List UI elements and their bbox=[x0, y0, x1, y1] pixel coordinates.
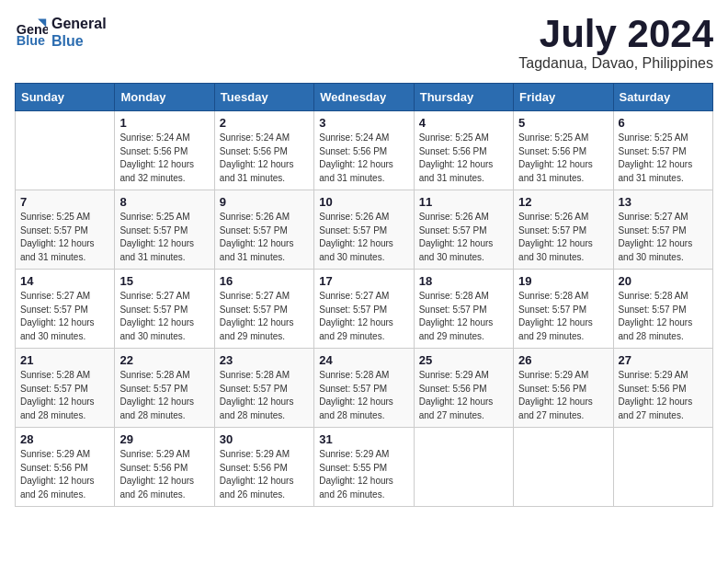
calendar-cell: 15Sunrise: 5:27 AM Sunset: 5:57 PM Dayli… bbox=[115, 270, 214, 349]
day-info: Sunrise: 5:28 AM Sunset: 5:57 PM Dayligh… bbox=[419, 290, 508, 343]
calendar-cell: 14Sunrise: 5:27 AM Sunset: 5:57 PM Dayli… bbox=[16, 270, 115, 349]
logo-line2: Blue bbox=[51, 32, 107, 50]
day-number: 1 bbox=[119, 116, 209, 130]
day-number: 23 bbox=[220, 353, 309, 367]
title-section: July 2024 Tagdanua, Davao, Philippines bbox=[518, 15, 713, 72]
day-info: Sunrise: 5:26 AM Sunset: 5:57 PM Dayligh… bbox=[319, 211, 408, 264]
logo: General Blue General Blue bbox=[15, 15, 107, 50]
calendar-cell: 30Sunrise: 5:29 AM Sunset: 5:56 PM Dayli… bbox=[214, 428, 313, 507]
day-info: Sunrise: 5:26 AM Sunset: 5:57 PM Dayligh… bbox=[419, 211, 508, 264]
day-number: 27 bbox=[619, 353, 708, 367]
day-info: Sunrise: 5:26 AM Sunset: 5:57 PM Dayligh… bbox=[220, 211, 309, 264]
day-number: 12 bbox=[518, 195, 608, 209]
day-info: Sunrise: 5:29 AM Sunset: 5:56 PM Dayligh… bbox=[419, 369, 508, 422]
month-title: July 2024 bbox=[518, 15, 713, 53]
calendar-cell: 12Sunrise: 5:26 AM Sunset: 5:57 PM Dayli… bbox=[514, 190, 613, 270]
calendar-week-row: 1Sunrise: 5:24 AM Sunset: 5:56 PM Daylig… bbox=[16, 111, 713, 190]
day-info: Sunrise: 5:29 AM Sunset: 5:56 PM Dayligh… bbox=[619, 369, 708, 422]
calendar-cell: 28Sunrise: 5:29 AM Sunset: 5:56 PM Dayli… bbox=[16, 428, 115, 507]
day-number: 28 bbox=[20, 432, 109, 446]
day-number: 9 bbox=[220, 195, 309, 209]
day-number: 6 bbox=[619, 116, 708, 130]
day-number: 26 bbox=[518, 353, 608, 367]
logo-line1: General bbox=[51, 15, 107, 32]
day-info: Sunrise: 5:29 AM Sunset: 5:56 PM Dayligh… bbox=[518, 369, 608, 422]
day-number: 4 bbox=[419, 116, 508, 130]
day-info: Sunrise: 5:24 AM Sunset: 5:56 PM Dayligh… bbox=[220, 132, 309, 185]
day-info: Sunrise: 5:25 AM Sunset: 5:56 PM Dayligh… bbox=[419, 132, 508, 185]
calendar-cell: 27Sunrise: 5:29 AM Sunset: 5:56 PM Dayli… bbox=[613, 349, 712, 428]
day-number: 5 bbox=[518, 116, 608, 130]
calendar-cell: 17Sunrise: 5:27 AM Sunset: 5:57 PM Dayli… bbox=[314, 270, 414, 349]
day-info: Sunrise: 5:28 AM Sunset: 5:57 PM Dayligh… bbox=[20, 369, 109, 422]
day-number: 29 bbox=[119, 432, 209, 446]
day-number: 15 bbox=[119, 274, 209, 288]
calendar-cell: 4Sunrise: 5:25 AM Sunset: 5:56 PM Daylig… bbox=[414, 111, 513, 190]
calendar-cell: 22Sunrise: 5:28 AM Sunset: 5:57 PM Dayli… bbox=[115, 349, 214, 428]
day-number: 3 bbox=[319, 116, 408, 130]
day-info: Sunrise: 5:28 AM Sunset: 5:57 PM Dayligh… bbox=[619, 290, 708, 343]
calendar-cell: 20Sunrise: 5:28 AM Sunset: 5:57 PM Dayli… bbox=[613, 270, 712, 349]
day-info: Sunrise: 5:29 AM Sunset: 5:56 PM Dayligh… bbox=[220, 448, 309, 501]
calendar-cell: 13Sunrise: 5:27 AM Sunset: 5:57 PM Dayli… bbox=[613, 190, 712, 270]
day-number: 7 bbox=[20, 195, 109, 209]
day-number: 30 bbox=[220, 432, 309, 446]
day-info: Sunrise: 5:24 AM Sunset: 5:56 PM Dayligh… bbox=[319, 132, 408, 185]
calendar-table: SundayMondayTuesdayWednesdayThursdayFrid… bbox=[15, 83, 713, 507]
weekday-header-friday: Friday bbox=[514, 84, 613, 111]
calendar-cell: 8Sunrise: 5:25 AM Sunset: 5:57 PM Daylig… bbox=[115, 190, 214, 270]
day-info: Sunrise: 5:26 AM Sunset: 5:57 PM Dayligh… bbox=[518, 211, 608, 264]
day-info: Sunrise: 5:24 AM Sunset: 5:56 PM Dayligh… bbox=[119, 132, 209, 185]
calendar-cell: 2Sunrise: 5:24 AM Sunset: 5:56 PM Daylig… bbox=[214, 111, 313, 190]
calendar-header: SundayMondayTuesdayWednesdayThursdayFrid… bbox=[16, 84, 713, 111]
weekday-header-wednesday: Wednesday bbox=[314, 84, 414, 111]
calendar-cell: 11Sunrise: 5:26 AM Sunset: 5:57 PM Dayli… bbox=[414, 190, 513, 270]
calendar-cell: 24Sunrise: 5:28 AM Sunset: 5:57 PM Dayli… bbox=[314, 349, 414, 428]
day-number: 17 bbox=[319, 274, 408, 288]
calendar-week-row: 21Sunrise: 5:28 AM Sunset: 5:57 PM Dayli… bbox=[16, 349, 713, 428]
calendar-cell: 25Sunrise: 5:29 AM Sunset: 5:56 PM Dayli… bbox=[414, 349, 513, 428]
calendar-week-row: 28Sunrise: 5:29 AM Sunset: 5:56 PM Dayli… bbox=[16, 428, 713, 507]
calendar-cell: 1Sunrise: 5:24 AM Sunset: 5:56 PM Daylig… bbox=[115, 111, 214, 190]
day-info: Sunrise: 5:29 AM Sunset: 5:56 PM Dayligh… bbox=[20, 448, 109, 501]
day-info: Sunrise: 5:27 AM Sunset: 5:57 PM Dayligh… bbox=[119, 290, 209, 343]
day-number: 22 bbox=[119, 353, 209, 367]
day-number: 20 bbox=[619, 274, 708, 288]
calendar-cell: 10Sunrise: 5:26 AM Sunset: 5:57 PM Dayli… bbox=[314, 190, 414, 270]
calendar-cell bbox=[16, 111, 115, 190]
day-number: 2 bbox=[220, 116, 309, 130]
calendar-cell: 31Sunrise: 5:29 AM Sunset: 5:55 PM Dayli… bbox=[314, 428, 414, 507]
day-info: Sunrise: 5:25 AM Sunset: 5:57 PM Dayligh… bbox=[619, 132, 708, 185]
day-number: 21 bbox=[20, 353, 109, 367]
calendar-cell bbox=[414, 428, 513, 507]
calendar-cell: 29Sunrise: 5:29 AM Sunset: 5:56 PM Dayli… bbox=[115, 428, 214, 507]
day-info: Sunrise: 5:27 AM Sunset: 5:57 PM Dayligh… bbox=[319, 290, 408, 343]
calendar-cell: 21Sunrise: 5:28 AM Sunset: 5:57 PM Dayli… bbox=[16, 349, 115, 428]
subtitle: Tagdanua, Davao, Philippines bbox=[518, 55, 713, 72]
day-info: Sunrise: 5:27 AM Sunset: 5:57 PM Dayligh… bbox=[619, 211, 708, 264]
weekday-header-monday: Monday bbox=[115, 84, 214, 111]
day-number: 10 bbox=[319, 195, 408, 209]
weekday-header-saturday: Saturday bbox=[613, 84, 712, 111]
calendar-cell: 7Sunrise: 5:25 AM Sunset: 5:57 PM Daylig… bbox=[16, 190, 115, 270]
day-info: Sunrise: 5:29 AM Sunset: 5:56 PM Dayligh… bbox=[119, 448, 209, 501]
day-info: Sunrise: 5:28 AM Sunset: 5:57 PM Dayligh… bbox=[319, 369, 408, 422]
header: General Blue General Blue July 2024 Tagd… bbox=[15, 15, 713, 72]
day-number: 13 bbox=[619, 195, 708, 209]
day-number: 31 bbox=[319, 432, 408, 446]
weekday-header-tuesday: Tuesday bbox=[214, 84, 313, 111]
logo-icon: General Blue bbox=[15, 16, 48, 49]
day-info: Sunrise: 5:25 AM Sunset: 5:57 PM Dayligh… bbox=[20, 211, 109, 264]
calendar-cell: 23Sunrise: 5:28 AM Sunset: 5:57 PM Dayli… bbox=[214, 349, 313, 428]
day-number: 14 bbox=[20, 274, 109, 288]
weekday-header-thursday: Thursday bbox=[414, 84, 513, 111]
weekday-header-sunday: Sunday bbox=[16, 84, 115, 111]
svg-text:Blue: Blue bbox=[17, 34, 45, 49]
weekday-header-row: SundayMondayTuesdayWednesdayThursdayFrid… bbox=[16, 84, 713, 111]
calendar-cell bbox=[613, 428, 712, 507]
day-info: Sunrise: 5:28 AM Sunset: 5:57 PM Dayligh… bbox=[119, 369, 209, 422]
day-info: Sunrise: 5:25 AM Sunset: 5:57 PM Dayligh… bbox=[119, 211, 209, 264]
calendar-week-row: 7Sunrise: 5:25 AM Sunset: 5:57 PM Daylig… bbox=[16, 190, 713, 270]
day-info: Sunrise: 5:28 AM Sunset: 5:57 PM Dayligh… bbox=[518, 290, 608, 343]
day-number: 8 bbox=[119, 195, 209, 209]
